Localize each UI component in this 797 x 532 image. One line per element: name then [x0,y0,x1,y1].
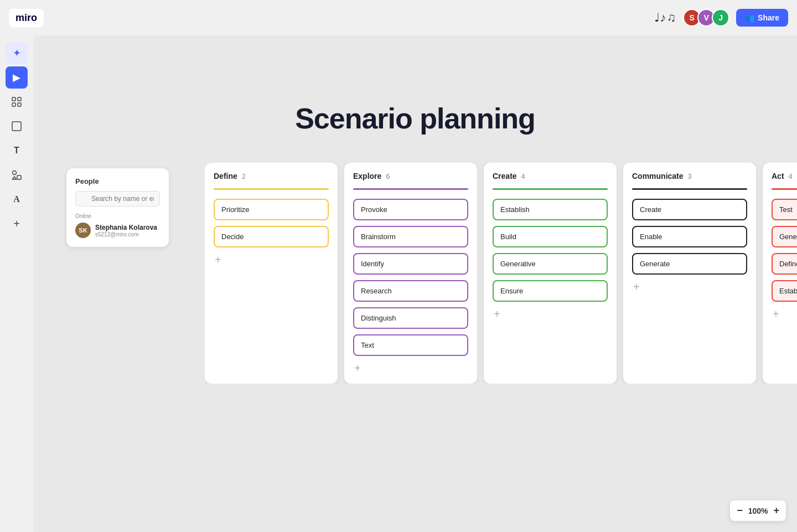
col-title-act: Act [772,172,784,180]
music-icon: ♩♪♫ [654,11,677,25]
column-create: Create 4 Establish Build Generative Ensu… [484,163,617,384]
col-title-create: Create [493,172,517,180]
header: miro ♩♪♫ S V J 👥 Share [0,0,797,35]
col-count-communicate: 3 [688,172,692,180]
sidebar-item-sticky[interactable] [6,115,28,137]
svg-rect-1 [18,97,21,101]
col-header-explore: Explore 6 [353,172,468,180]
sidebar-item-add[interactable]: + [6,213,28,235]
svg-rect-2 [12,103,15,106]
col-header-communicate: Communicate 3 [632,172,747,180]
zoom-controls: − 100% + [730,500,786,521]
sticky-icon [12,121,22,131]
col-divider-act [772,188,797,190]
card-generative[interactable]: Generative [493,253,608,275]
card-identify[interactable]: Identify [353,253,468,275]
add-card-explore[interactable]: + [353,361,362,375]
svg-marker-7 [13,177,17,179]
user-row: SK Stephania Kolarova s5212@miro.com [75,223,160,238]
shapes-icon [12,170,22,180]
search-wrap: 🔍 [75,191,160,206]
col-divider-create [493,188,608,190]
column-explore: Explore 6 Provoke Brainstorm Identify Re… [344,163,477,384]
sidebar-item-frames[interactable] [6,91,28,113]
card-create-comm[interactable]: Create [632,199,747,220]
zoom-in-button[interactable]: + [773,505,779,516]
col-title-communicate: Communicate [632,172,684,180]
zoom-out-button[interactable]: − [737,505,743,516]
add-card-communicate[interactable]: + [632,280,641,293]
svg-rect-3 [18,103,21,106]
people-panel: People 🔍 Online SK Stephania Kolarova s5… [66,168,169,247]
kanban-board: Define 2 Prioritize Decide + Explore 6 P… [205,163,797,384]
col-count-define: 2 [242,172,246,180]
col-divider-define [214,188,329,190]
avatar-user3: J [712,9,729,27]
add-card-define[interactable]: + [214,253,222,266]
sidebar-item-text[interactable]: T [6,140,28,162]
sidebar-item-shapes[interactable] [6,164,28,186]
add-card-create[interactable]: + [493,307,501,321]
col-count-explore: 6 [386,172,390,180]
column-define: Define 2 Prioritize Decide + [205,163,338,384]
card-build[interactable]: Build [493,226,608,247]
card-define[interactable]: Define... [772,253,797,275]
zoom-level: 100% [748,507,768,515]
col-count-create: 4 [521,172,525,180]
user-avatar: SK [75,223,91,238]
col-header-define: Define 2 [214,172,329,180]
card-text[interactable]: Text [353,334,468,356]
user-email: s5212@miro.com [95,231,157,237]
share-icon: 👥 [745,13,754,22]
card-genera[interactable]: Genera... [772,226,797,247]
add-card-act[interactable]: + [772,307,780,321]
canvas: Scenario planning People 🔍 Online SK Ste… [33,35,797,532]
board-title: Scenario planning [33,102,797,135]
header-right: ♩♪♫ S V J 👥 Share [654,9,788,27]
col-header-create: Create 4 [493,172,608,180]
col-title-explore: Explore [353,172,381,180]
frames-icon [12,97,22,107]
people-title: People [75,177,160,185]
share-button[interactable]: 👥 Share [736,9,788,27]
card-establis[interactable]: Establis... [772,280,797,302]
card-distinguish[interactable]: Distinguish [353,307,468,329]
card-decide[interactable]: Decide [214,226,329,247]
miro-logo[interactable]: miro [9,9,44,27]
card-provoke[interactable]: Provoke [353,199,468,220]
svg-rect-4 [12,122,21,131]
svg-rect-6 [17,175,21,179]
svg-rect-0 [12,97,15,101]
sidebar-item-fonts[interactable]: A [6,188,28,210]
card-brainstorm[interactable]: Brainstorm [353,226,468,247]
sidebar-item-ai[interactable]: ✦ [6,42,28,64]
col-count-act: 4 [789,172,793,180]
column-act: Act 4 Test Genera... Define... Establis.… [763,163,797,384]
card-generate[interactable]: Generate [632,253,747,275]
online-label: Online [75,213,160,219]
card-research[interactable]: Research [353,280,468,302]
people-search-input[interactable] [75,191,160,206]
card-establish[interactable]: Establish [493,199,608,220]
card-ensure[interactable]: Ensure [493,280,608,302]
user-info: Stephania Kolarova s5212@miro.com [95,224,157,237]
sidebar: ✦ ▶ T A + [0,35,33,532]
col-title-define: Define [214,172,237,180]
svg-point-5 [13,171,17,175]
col-divider-explore [353,188,468,190]
user-name: Stephania Kolarova [95,224,157,231]
card-test[interactable]: Test [772,199,797,220]
col-divider-communicate [632,188,747,190]
card-prioritize[interactable]: Prioritize [214,199,329,220]
column-communicate: Communicate 3 Create Enable Generate + [623,163,756,384]
sidebar-item-cursor[interactable]: ▶ [6,66,28,89]
card-enable[interactable]: Enable [632,226,747,247]
col-header-act: Act 4 [772,172,797,180]
avatar-group: S V J [683,9,729,27]
